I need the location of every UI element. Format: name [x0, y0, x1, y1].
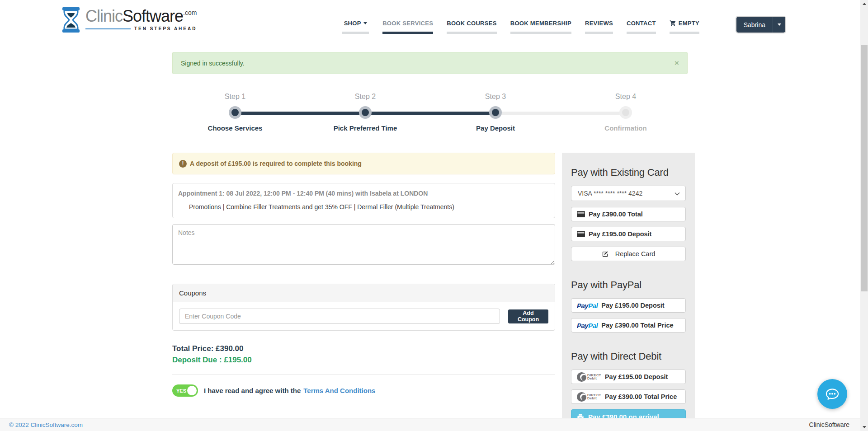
nav-underline: [510, 32, 571, 34]
direct-debit-total-button[interactable]: DIRECTDebit Pay £390.00 Total Price: [571, 389, 686, 404]
card-select[interactable]: VISA **** **** **** 4242: [571, 186, 686, 201]
payment-sidebar: Pay with Existing Card VISA **** **** **…: [562, 153, 695, 418]
direct-debit-deposit-button[interactable]: DIRECTDebit Pay £195.00 Deposit: [571, 370, 686, 384]
direct-debit-title: Pay with Direct Debit: [571, 351, 686, 362]
scrollbar-thumb[interactable]: [861, 45, 868, 291]
nav-item-cart-empty[interactable]: EMPTY: [670, 20, 699, 34]
pay-deposit-card-button[interactable]: Pay £195.00 Deposit: [571, 227, 686, 241]
step-dot: [492, 109, 499, 116]
hourglass-logo-icon: [61, 7, 81, 34]
nav-item-reviews[interactable]: REVIEWS: [585, 20, 613, 34]
clinicsoftware-logo[interactable]: ClinicSoftware.com TEN STEPS AHEAD: [61, 7, 197, 34]
scroll-up-arrow[interactable]: [860, 0, 868, 8]
step-3: Step 3 Pay Deposit: [430, 93, 561, 138]
logo-rule: [85, 28, 131, 29]
paypal-icon: PayPal: [577, 322, 598, 329]
nav-item-book-services[interactable]: BOOK SERVICES: [382, 20, 433, 34]
coupon-code-input[interactable]: [179, 309, 500, 324]
chat-widget-button[interactable]: [817, 379, 847, 409]
page-scrollbar: [860, 0, 868, 431]
nav-underline: [342, 32, 369, 34]
logo-wordmark: ClinicSoftware.com: [85, 7, 197, 25]
logo-tagline: TEN STEPS AHEAD: [134, 26, 197, 31]
credit-card-icon: [577, 211, 585, 217]
user-name-button[interactable]: Sabrina: [736, 17, 773, 33]
appointment-detail: Promotions | Combine Filler Treatments a…: [189, 203, 549, 211]
replace-card-button[interactable]: Replace Card: [571, 247, 686, 261]
warning-icon: !: [179, 160, 187, 168]
scroll-down-arrow[interactable]: [860, 423, 868, 431]
user-menu-button: Sabrina: [736, 17, 785, 33]
step-1: Step 1 Choose Services: [170, 93, 300, 138]
booking-main: ! A deposit of £195.00 is required to co…: [172, 153, 555, 397]
direct-debit-icon: DIRECTDebit: [577, 392, 601, 402]
progress-steps: Step 1 Choose Services Step 2 Pick Prefe…: [170, 93, 691, 138]
terms-toggle[interactable]: YES: [172, 384, 198, 397]
divider: [172, 374, 555, 375]
nav-underline: [447, 32, 497, 34]
alert-message: Signed in successfully.: [181, 60, 245, 67]
chevron-down-icon: [778, 23, 781, 26]
existing-card-title: Pay with Existing Card: [571, 167, 686, 178]
printer-icon: [577, 413, 584, 418]
nav-underline: [585, 32, 613, 34]
paypal-total-button[interactable]: PayPal Pay £390.00 Total Price: [571, 318, 686, 333]
appointment-summary: Appointment 1: 08 Jul 2022, 12:00 PM - 1…: [172, 183, 555, 218]
add-coupon-button[interactable]: Add Coupon: [508, 309, 548, 323]
paypal-deposit-button[interactable]: PayPal Pay £195.00 Deposit: [571, 298, 686, 313]
paypal-icon: PayPal: [577, 302, 598, 309]
step-dot: [362, 109, 369, 116]
pay-on-arrival-button[interactable]: Pay £390.00 on arrival: [571, 409, 686, 418]
step-2: Step 2 Pick Preferred Time: [300, 93, 430, 138]
success-alert: Signed in successfully. ×: [172, 52, 688, 74]
step-dot: [231, 109, 239, 116]
deposit-due: Deposit Due : £195.00: [172, 356, 555, 365]
nav-item-book-courses[interactable]: BOOK COURSES: [447, 20, 497, 34]
chevron-down-icon: [675, 190, 680, 197]
pay-total-card-button[interactable]: Pay £390.00 Total: [571, 207, 686, 221]
nav-underline: [670, 32, 699, 34]
nav-item-contact[interactable]: CONTACT: [627, 20, 656, 34]
coupons-title: Coupons: [173, 284, 555, 302]
chevron-down-icon: [363, 22, 367, 24]
cart-icon: [670, 20, 676, 27]
toggle-knob: [187, 386, 197, 395]
terms-text: I have read and agree with the: [204, 387, 301, 394]
nav-item-shop[interactable]: SHOP: [342, 20, 369, 34]
deposit-warning-text: A deposit of £195.00 is required to comp…: [190, 160, 362, 167]
footer: © 2022 ClinicSoftware.com ClinicSoftware: [0, 418, 860, 431]
deposit-warning: ! A deposit of £195.00 is required to co…: [172, 153, 555, 174]
notes-input[interactable]: [172, 224, 555, 265]
step-dot: [622, 109, 629, 116]
terms-and-conditions-link[interactable]: Terms And Conditions: [303, 387, 375, 394]
close-icon[interactable]: ×: [675, 59, 679, 67]
user-menu-caret[interactable]: [773, 17, 785, 33]
coupons-panel: Coupons Add Coupon: [172, 284, 555, 331]
edit-icon: [602, 251, 609, 258]
direct-debit-icon: DIRECTDebit: [577, 372, 601, 382]
header: ClinicSoftware.com TEN STEPS AHEAD SHOP …: [0, 0, 860, 51]
logo-tld: .com: [183, 9, 197, 16]
nav-underline: [382, 32, 433, 34]
main-nav: SHOP BOOK SERVICES BOOK COURSES BOOK MEM…: [342, 20, 699, 34]
nav-item-book-membership[interactable]: BOOK MEMBERSHIP: [510, 20, 571, 34]
footer-brand: ClinicSoftware: [809, 421, 849, 428]
chat-icon: [824, 385, 841, 403]
credit-card-icon: [577, 231, 585, 237]
paypal-title: Pay with PayPal: [571, 279, 686, 291]
step-4: Step 4 Confirmation: [561, 93, 691, 138]
nav-underline: [627, 32, 656, 34]
total-price: Total Price: £390.00: [172, 344, 555, 353]
footer-copyright-link[interactable]: © 2022 ClinicSoftware.com: [9, 422, 83, 428]
terms-row: YES I have read and agree with the Terms…: [172, 384, 555, 397]
appointment-title: Appointment 1: 08 Jul 2022, 12:00 PM - 1…: [178, 190, 549, 197]
